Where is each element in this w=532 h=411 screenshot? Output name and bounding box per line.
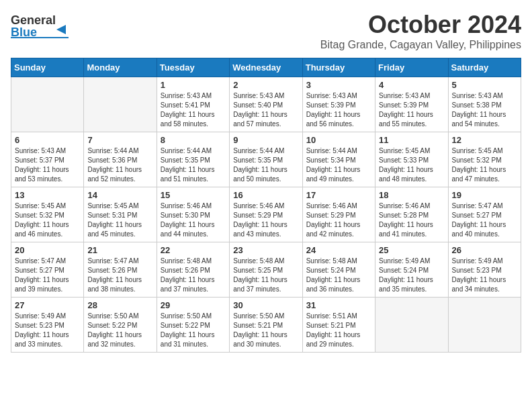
day-number: 29 xyxy=(161,300,226,310)
day-info: Sunrise: 5:46 AM Sunset: 5:29 PM Dayligh… xyxy=(233,201,298,239)
day-number: 5 xyxy=(452,80,517,90)
calendar-cell: 10Sunrise: 5:44 AM Sunset: 5:34 PM Dayli… xyxy=(302,132,375,187)
day-number: 16 xyxy=(233,190,298,200)
calendar-cell: 1Sunrise: 5:43 AM Sunset: 5:41 PM Daylig… xyxy=(157,77,229,132)
day-number: 3 xyxy=(306,80,371,90)
calendar-cell: 24Sunrise: 5:48 AM Sunset: 5:24 PM Dayli… xyxy=(302,242,375,298)
day-header-saturday: Saturday xyxy=(448,58,521,77)
day-number: 4 xyxy=(379,80,444,90)
day-number: 11 xyxy=(379,135,444,145)
day-number: 2 xyxy=(233,80,298,90)
page-title: October 2024 xyxy=(320,11,521,39)
day-number: 21 xyxy=(87,245,152,255)
day-info: Sunrise: 5:47 AM Sunset: 5:26 PM Dayligh… xyxy=(87,257,152,294)
calendar-cell: 22Sunrise: 5:48 AM Sunset: 5:26 PM Dayli… xyxy=(157,242,229,298)
day-number: 17 xyxy=(306,190,371,200)
page-header: General Blue October 2024 Bitag Grande, … xyxy=(11,11,521,51)
calendar-header-row: SundayMondayTuesdayWednesdayThursdayFrid… xyxy=(11,58,521,77)
day-info: Sunrise: 5:44 AM Sunset: 5:34 PM Dayligh… xyxy=(306,146,371,184)
day-info: Sunrise: 5:50 AM Sunset: 5:22 PM Dayligh… xyxy=(161,312,226,349)
calendar-cell: 5Sunrise: 5:43 AM Sunset: 5:38 PM Daylig… xyxy=(448,77,521,132)
calendar-cell: 4Sunrise: 5:43 AM Sunset: 5:39 PM Daylig… xyxy=(375,77,448,132)
day-info: Sunrise: 5:43 AM Sunset: 5:41 PM Dayligh… xyxy=(161,91,226,129)
day-info: Sunrise: 5:45 AM Sunset: 5:33 PM Dayligh… xyxy=(379,146,444,184)
day-number: 1 xyxy=(161,80,226,90)
day-header-friday: Friday xyxy=(375,58,448,77)
day-info: Sunrise: 5:49 AM Sunset: 5:24 PM Dayligh… xyxy=(379,257,444,294)
svg-text:General: General xyxy=(11,13,56,27)
day-number: 15 xyxy=(161,190,226,200)
calendar-cell xyxy=(375,298,448,353)
logo: General Blue xyxy=(11,11,70,40)
calendar-cell: 19Sunrise: 5:47 AM Sunset: 5:27 PM Dayli… xyxy=(448,187,521,242)
calendar-cell xyxy=(84,77,157,132)
svg-marker-2 xyxy=(56,25,66,34)
day-info: Sunrise: 5:46 AM Sunset: 5:30 PM Dayligh… xyxy=(161,201,226,239)
calendar-cell: 27Sunrise: 5:49 AM Sunset: 5:23 PM Dayli… xyxy=(11,298,84,353)
day-number: 7 xyxy=(87,135,152,145)
day-number: 10 xyxy=(306,135,371,145)
day-number: 30 xyxy=(233,300,298,310)
day-info: Sunrise: 5:50 AM Sunset: 5:21 PM Dayligh… xyxy=(233,312,298,349)
day-info: Sunrise: 5:44 AM Sunset: 5:36 PM Dayligh… xyxy=(87,146,152,184)
day-info: Sunrise: 5:44 AM Sunset: 5:35 PM Dayligh… xyxy=(161,146,226,184)
day-header-wednesday: Wednesday xyxy=(230,58,302,77)
calendar-week-3: 13Sunrise: 5:45 AM Sunset: 5:32 PM Dayli… xyxy=(11,187,521,242)
day-number: 9 xyxy=(233,135,298,145)
day-info: Sunrise: 5:48 AM Sunset: 5:25 PM Dayligh… xyxy=(233,257,298,294)
day-info: Sunrise: 5:50 AM Sunset: 5:22 PM Dayligh… xyxy=(87,312,152,349)
page-subtitle: Bitag Grande, Cagayan Valley, Philippine… xyxy=(320,39,521,51)
day-info: Sunrise: 5:45 AM Sunset: 5:32 PM Dayligh… xyxy=(452,146,517,184)
calendar-week-4: 20Sunrise: 5:47 AM Sunset: 5:27 PM Dayli… xyxy=(11,242,521,298)
day-number: 28 xyxy=(87,300,152,310)
logo-svg: General Blue xyxy=(11,11,70,40)
title-block: October 2024 Bitag Grande, Cagayan Valle… xyxy=(320,11,521,51)
calendar-table: SundayMondayTuesdayWednesdayThursdayFrid… xyxy=(11,58,521,353)
day-number: 19 xyxy=(452,190,517,200)
calendar-cell: 6Sunrise: 5:43 AM Sunset: 5:37 PM Daylig… xyxy=(11,132,84,187)
calendar-cell: 3Sunrise: 5:43 AM Sunset: 5:39 PM Daylig… xyxy=(302,77,375,132)
calendar-cell: 28Sunrise: 5:50 AM Sunset: 5:22 PM Dayli… xyxy=(84,298,157,353)
day-number: 13 xyxy=(15,190,80,200)
day-number: 6 xyxy=(15,135,80,145)
day-info: Sunrise: 5:47 AM Sunset: 5:27 PM Dayligh… xyxy=(452,201,517,239)
calendar-cell: 21Sunrise: 5:47 AM Sunset: 5:26 PM Dayli… xyxy=(84,242,157,298)
calendar-cell: 29Sunrise: 5:50 AM Sunset: 5:22 PM Dayli… xyxy=(157,298,229,353)
day-number: 26 xyxy=(452,245,517,255)
calendar-cell: 17Sunrise: 5:46 AM Sunset: 5:29 PM Dayli… xyxy=(302,187,375,242)
calendar-cell: 14Sunrise: 5:45 AM Sunset: 5:31 PM Dayli… xyxy=(84,187,157,242)
day-info: Sunrise: 5:51 AM Sunset: 5:21 PM Dayligh… xyxy=(306,312,371,349)
day-number: 18 xyxy=(379,190,444,200)
day-info: Sunrise: 5:49 AM Sunset: 5:23 PM Dayligh… xyxy=(452,257,517,294)
day-header-thursday: Thursday xyxy=(302,58,375,77)
day-info: Sunrise: 5:44 AM Sunset: 5:35 PM Dayligh… xyxy=(233,146,298,184)
day-info: Sunrise: 5:46 AM Sunset: 5:29 PM Dayligh… xyxy=(306,201,371,239)
calendar-cell: 30Sunrise: 5:50 AM Sunset: 5:21 PM Dayli… xyxy=(230,298,302,353)
day-info: Sunrise: 5:45 AM Sunset: 5:31 PM Dayligh… xyxy=(87,201,152,239)
day-header-sunday: Sunday xyxy=(11,58,84,77)
calendar-cell: 18Sunrise: 5:46 AM Sunset: 5:28 PM Dayli… xyxy=(375,187,448,242)
day-info: Sunrise: 5:43 AM Sunset: 5:40 PM Dayligh… xyxy=(233,91,298,129)
day-info: Sunrise: 5:43 AM Sunset: 5:37 PM Dayligh… xyxy=(15,146,80,184)
day-number: 20 xyxy=(15,245,80,255)
calendar-week-2: 6Sunrise: 5:43 AM Sunset: 5:37 PM Daylig… xyxy=(11,132,521,187)
day-info: Sunrise: 5:43 AM Sunset: 5:39 PM Dayligh… xyxy=(379,91,444,129)
day-number: 24 xyxy=(306,245,371,255)
day-number: 14 xyxy=(87,190,152,200)
day-info: Sunrise: 5:43 AM Sunset: 5:38 PM Dayligh… xyxy=(452,91,517,129)
day-info: Sunrise: 5:48 AM Sunset: 5:24 PM Dayligh… xyxy=(306,257,371,294)
calendar-cell: 15Sunrise: 5:46 AM Sunset: 5:30 PM Dayli… xyxy=(157,187,229,242)
day-info: Sunrise: 5:43 AM Sunset: 5:39 PM Dayligh… xyxy=(306,91,371,129)
day-info: Sunrise: 5:47 AM Sunset: 5:27 PM Dayligh… xyxy=(15,257,80,294)
day-header-monday: Monday xyxy=(84,58,157,77)
day-number: 27 xyxy=(15,300,80,310)
day-number: 22 xyxy=(161,245,226,255)
day-info: Sunrise: 5:49 AM Sunset: 5:23 PM Dayligh… xyxy=(15,312,80,349)
calendar-cell: 9Sunrise: 5:44 AM Sunset: 5:35 PM Daylig… xyxy=(230,132,302,187)
calendar-cell xyxy=(11,77,84,132)
calendar-cell: 25Sunrise: 5:49 AM Sunset: 5:24 PM Dayli… xyxy=(375,242,448,298)
calendar-cell xyxy=(448,298,521,353)
day-number: 12 xyxy=(452,135,517,145)
calendar-cell: 8Sunrise: 5:44 AM Sunset: 5:35 PM Daylig… xyxy=(157,132,229,187)
calendar-cell: 26Sunrise: 5:49 AM Sunset: 5:23 PM Dayli… xyxy=(448,242,521,298)
